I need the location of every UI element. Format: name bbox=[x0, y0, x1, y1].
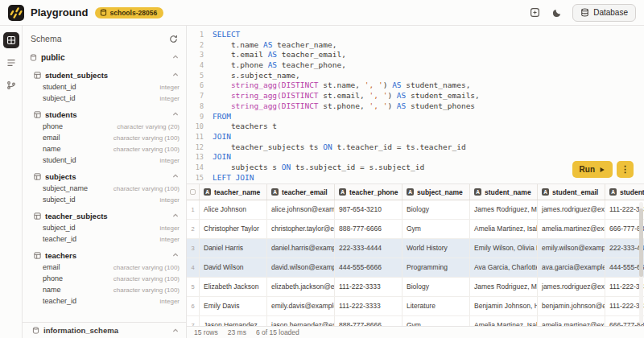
table-item[interactable]: teachers bbox=[23, 249, 186, 262]
table-cell[interactable]: James Rodriguez, Mia Anderson bbox=[470, 200, 538, 219]
column-item[interactable]: emailcharacter varying (100) bbox=[23, 132, 186, 143]
column-item[interactable]: phonecharacter varying (100) bbox=[23, 273, 186, 284]
column-item[interactable]: student_idinteger bbox=[23, 81, 186, 93]
table-cell[interactable]: Daniel Harris bbox=[200, 239, 267, 258]
code-line[interactable]: 9FROM bbox=[187, 112, 644, 122]
table-cell[interactable]: 888-777-6666 bbox=[335, 220, 402, 238]
code-line[interactable]: 5 s.subject_name, bbox=[187, 71, 644, 81]
table-row[interactable]: 7Jason Hernandezjason.hernandez@example.… bbox=[187, 316, 644, 326]
column-item[interactable]: teacher_idinteger bbox=[23, 233, 186, 245]
tables-view-button[interactable] bbox=[3, 32, 19, 48]
table-cell[interactable]: Elizabeth Jackson bbox=[200, 278, 267, 296]
code-line[interactable]: 12 teacher_subjects ts ON t.teacher_id =… bbox=[187, 142, 644, 153]
table-cell[interactable]: james.rodriguez@example.com bbox=[538, 200, 605, 219]
table-item[interactable]: teacher_subjects bbox=[23, 209, 186, 222]
column-item[interactable]: phonecharacter varying (20) bbox=[23, 121, 186, 132]
column-header[interactable]: Astudent_phone bbox=[605, 184, 644, 200]
table-cell[interactable]: 111-222-3333 bbox=[335, 297, 402, 315]
table-cell[interactable]: Programming bbox=[402, 258, 470, 277]
table-row[interactable]: 5Elizabeth Jacksonelizabeth.jackson@exam… bbox=[187, 278, 644, 297]
table-cell[interactable]: christopher.taylor@example.com bbox=[267, 220, 335, 238]
schema-diagram-button[interactable] bbox=[3, 77, 19, 93]
table-cell[interactable]: jason.hernandez@example.com bbox=[267, 316, 335, 326]
table-cell[interactable]: elizabeth.jackson@example.com bbox=[267, 278, 335, 296]
run-button[interactable]: Run bbox=[572, 161, 613, 178]
code-line[interactable]: 8 string_agg(DISTINCT st.phone, ', ') AS… bbox=[187, 101, 644, 112]
table-cell[interactable]: 666-777-8888, 555-444-3333 bbox=[605, 316, 644, 326]
table-row[interactable]: 6Emily Davisemily.davis@example.com111-2… bbox=[187, 297, 644, 316]
table-item[interactable]: subjects bbox=[23, 170, 186, 183]
vertical-scrollbar[interactable] bbox=[639, 202, 643, 324]
drizzle-logo-icon[interactable] bbox=[8, 5, 24, 21]
table-cell[interactable]: Biology bbox=[402, 278, 470, 296]
column-header[interactable]: Astudent_name bbox=[470, 184, 538, 200]
table-cell[interactable]: emily.davis@example.com bbox=[267, 297, 335, 315]
table-cell[interactable]: alice.johnson@example.com bbox=[267, 200, 335, 219]
table-cell[interactable]: World History bbox=[402, 239, 470, 258]
table-cell[interactable]: Literature bbox=[402, 297, 470, 315]
column-item[interactable]: subject_idinteger bbox=[23, 194, 186, 205]
table-item[interactable]: students bbox=[23, 108, 186, 121]
column-header[interactable]: Astudent_email bbox=[538, 184, 605, 200]
table-cell[interactable]: benjamin.johnson@example.com bbox=[538, 297, 605, 315]
code-line[interactable]: 11JOIN bbox=[187, 132, 644, 142]
code-line[interactable]: 4 t.phone AS teacher_phone, bbox=[187, 60, 644, 71]
column-header[interactable]: Asubject_name bbox=[402, 184, 470, 200]
code-line[interactable]: 7 string_agg(DISTINCT st.email, ', ') AS… bbox=[187, 91, 644, 101]
table-cell[interactable]: daniel.harris@example.com bbox=[267, 239, 335, 258]
sql-editor[interactable]: 1SELECT2 t.name AS teacher_name,3 t.emai… bbox=[187, 26, 644, 183]
column-header[interactable]: Ateacher_phone bbox=[335, 184, 402, 200]
code-line[interactable]: 1SELECT bbox=[187, 30, 644, 40]
column-item[interactable]: teacher_idinteger bbox=[23, 295, 186, 307]
table-cell[interactable]: Ava Garcia, Charlotte Davis bbox=[470, 258, 538, 277]
code-line[interactable]: 6 string_agg(DISTINCT st.name, ', ') AS … bbox=[187, 80, 644, 91]
code-line[interactable]: 10 teachers t bbox=[187, 122, 644, 132]
schema-item-public[interactable]: public bbox=[23, 50, 186, 64]
table-cell[interactable]: Alice Johnson bbox=[200, 200, 267, 219]
table-cell[interactable]: 444-555-6666 bbox=[335, 258, 402, 277]
refresh-icon[interactable] bbox=[169, 35, 178, 43]
table-cell[interactable]: 987-654-3210 bbox=[335, 200, 402, 219]
table-row[interactable]: 3Daniel Harrisdaniel.harris@example.com2… bbox=[187, 239, 644, 258]
schema-item-information-schema[interactable]: information_schema bbox=[23, 322, 186, 338]
column-item[interactable]: namecharacter varying (100) bbox=[23, 284, 186, 295]
table-cell[interactable]: 666-777-8888, 555-444-3333 bbox=[605, 220, 644, 238]
code-line[interactable]: 2 t.name AS teacher_name, bbox=[187, 40, 644, 51]
table-cell[interactable]: Emily Davis bbox=[200, 297, 267, 315]
table-cell[interactable]: ava.garcia@example.com bbox=[538, 258, 605, 277]
queries-view-button[interactable] bbox=[3, 55, 19, 71]
column-header[interactable]: Ateacher_name bbox=[200, 184, 267, 200]
table-cell[interactable]: amelia.martinez@example.com bbox=[538, 220, 605, 238]
scrollbar-thumb[interactable] bbox=[639, 208, 643, 277]
table-cell[interactable]: David Wilson bbox=[200, 258, 267, 277]
column-item[interactable]: student_idinteger bbox=[23, 155, 186, 166]
table-cell[interactable]: james.rodriguez@example.com bbox=[538, 278, 605, 296]
database-badge[interactable]: schools-28056 bbox=[95, 7, 164, 19]
table-cell[interactable]: Emily Wilson, Olivia Brown bbox=[470, 239, 538, 258]
table-cell[interactable]: Jason Hernandez bbox=[200, 316, 267, 326]
table-cell[interactable]: 111-222-3333 bbox=[335, 278, 402, 296]
theme-toggle-moon-icon[interactable] bbox=[551, 6, 563, 19]
column-item[interactable]: subject_idinteger bbox=[23, 222, 186, 233]
table-cell[interactable]: amelia.martinez@example.com bbox=[538, 316, 605, 326]
table-cell[interactable]: Amelia Martinez, Isabella Thomas bbox=[470, 220, 538, 238]
table-cell[interactable]: Gym bbox=[402, 220, 470, 238]
column-header[interactable]: Ateacher_email bbox=[267, 184, 335, 200]
table-cell[interactable]: 222-333-4444 bbox=[335, 239, 402, 258]
code-line[interactable]: 3 t.email AS teacher_email, bbox=[187, 50, 644, 60]
table-row[interactable]: 4David Wilsondavid.wilson@example.com444… bbox=[187, 258, 644, 278]
table-cell[interactable]: 222-333-4444, 111-222-3333 bbox=[605, 239, 644, 258]
table-cell[interactable]: Gym bbox=[402, 316, 470, 326]
table-cell[interactable]: Christopher Taylor bbox=[200, 220, 267, 238]
table-cell[interactable]: Benjamin Johnson, Henry Moore bbox=[470, 297, 538, 315]
column-item[interactable]: namecharacter varying (100) bbox=[23, 143, 186, 155]
table-item[interactable]: student_subjects bbox=[23, 68, 186, 81]
column-item[interactable]: subject_namecharacter varying (100) bbox=[23, 183, 186, 194]
table-cell[interactable]: 444-555-6666, 333-222-1111 bbox=[605, 258, 644, 277]
column-item[interactable]: emailcharacter varying (100) bbox=[23, 262, 186, 273]
table-cell[interactable]: Biology bbox=[402, 200, 470, 219]
table-row[interactable]: 2Christopher Taylorchristopher.taylor@ex… bbox=[187, 220, 644, 239]
database-button[interactable]: Database bbox=[572, 4, 636, 22]
table-cell[interactable]: 111-222-3333, 222-333-4444 bbox=[605, 297, 644, 315]
table-cell[interactable]: 888-777-8666 bbox=[335, 316, 402, 326]
